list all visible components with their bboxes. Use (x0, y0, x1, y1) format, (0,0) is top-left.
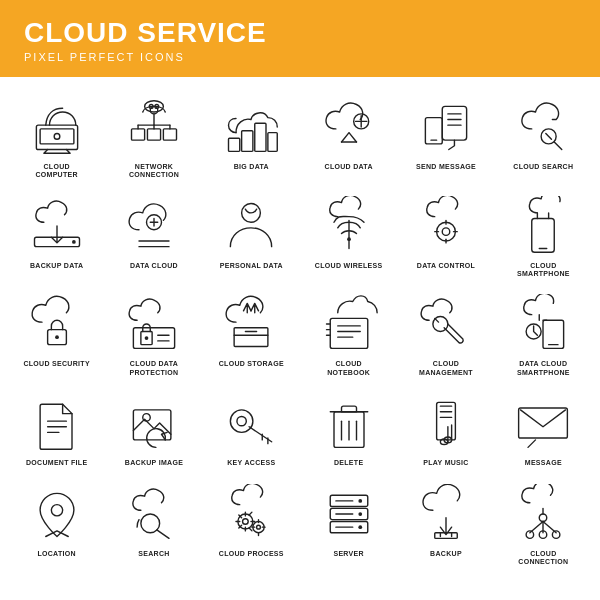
icon-message: MESSAGE (495, 383, 592, 473)
icon-cloud-search: CLOUD SEARCH (495, 87, 592, 186)
svg-point-78 (243, 518, 249, 524)
icon-cloud-wireless: CLOUD WIRELESS (300, 186, 397, 285)
icon-cloud-data: CLOUD DATA (300, 87, 397, 186)
svg-point-23 (72, 240, 76, 244)
icon-cloud-connection: CLOUD CONNECTION (495, 474, 592, 573)
icon-cloud-data-protection: CLOUD DATA PROTECTION (105, 284, 202, 383)
svg-rect-34 (532, 218, 555, 252)
svg-rect-69 (437, 403, 456, 441)
svg-point-60 (143, 414, 151, 422)
svg-rect-14 (268, 132, 277, 151)
header-title: CLOUD SERVICE (24, 18, 576, 49)
svg-rect-38 (133, 328, 174, 349)
icon-cloud-security: CLOUD SECURITY (8, 284, 105, 383)
icon-play-music: PLAY MUSIC (397, 383, 494, 473)
icon-location: LOCATION (8, 474, 105, 573)
svg-rect-16 (442, 106, 466, 140)
icon-backup-image: BACKUP IMAGE (105, 383, 202, 473)
icon-data-control: DATA CONTROL (397, 186, 494, 285)
svg-rect-12 (242, 131, 253, 152)
svg-point-37 (55, 336, 59, 340)
icon-cloud-computer: CLOUD COMPUTER (8, 87, 105, 186)
icon-backup: BACKUP (397, 474, 494, 573)
svg-point-85 (358, 512, 362, 516)
svg-point-29 (442, 227, 450, 235)
icon-document-file: DOCUMENT FILE (8, 383, 105, 473)
icon-data-cloud-smartphone: DATA CLOUD SMARTPHONE (495, 284, 592, 383)
svg-rect-45 (330, 319, 368, 349)
svg-rect-11 (229, 138, 240, 151)
icon-big-data: BIG DATA (203, 87, 300, 186)
icon-personal-data: PERSONAL DATA (203, 186, 300, 285)
svg-point-86 (358, 525, 362, 529)
icon-backup-data: BACKUP DATA (8, 186, 105, 285)
icon-cloud-smartphone: CLOUD SMARTPHONE (495, 186, 592, 285)
svg-rect-1 (40, 129, 74, 144)
svg-rect-5 (147, 129, 160, 140)
icon-server: SERVER (300, 474, 397, 573)
svg-line-21 (546, 133, 552, 139)
header-subtitle: PIXEL PERFECT ICONS (24, 51, 576, 63)
svg-rect-4 (131, 129, 144, 140)
svg-point-28 (437, 222, 456, 241)
icon-data-cloud: DATA CLOUD (105, 186, 202, 285)
icon-key-access: KEY ACCESS (203, 383, 300, 473)
svg-line-20 (555, 142, 563, 150)
icon-cloud-storage: CLOUD STORAGE (203, 284, 300, 383)
svg-point-3 (150, 106, 158, 114)
svg-point-93 (540, 514, 548, 522)
icon-delete: DELETE (300, 383, 397, 473)
svg-point-80 (257, 525, 261, 529)
icon-search: SEARCH (105, 474, 202, 573)
svg-point-64 (237, 417, 246, 426)
svg-rect-6 (163, 129, 176, 140)
svg-point-40 (145, 337, 149, 341)
icon-cloud-process: CLOUD PROCESS (203, 474, 300, 573)
header: CLOUD SERVICE PIXEL PERFECT ICONS (0, 0, 600, 77)
icon-cloud-notebook: CLOUD NOTEBOOK (300, 284, 397, 383)
icon-network-connection: NETWORK CONNECTION (105, 87, 202, 186)
icons-grid: CLOUD COMPUTER NETWORK CONNECTION (0, 77, 600, 581)
svg-line-76 (157, 529, 169, 537)
icon-cloud-management: CLOUD MANAGEMENT (397, 284, 494, 383)
svg-point-61 (231, 410, 254, 433)
svg-rect-43 (234, 328, 268, 347)
icon-send-message: SEND MESSAGE (397, 87, 494, 186)
svg-point-84 (358, 499, 362, 503)
svg-point-27 (347, 237, 351, 241)
svg-rect-13 (255, 123, 266, 151)
svg-point-74 (51, 504, 62, 515)
svg-point-2 (54, 133, 60, 139)
